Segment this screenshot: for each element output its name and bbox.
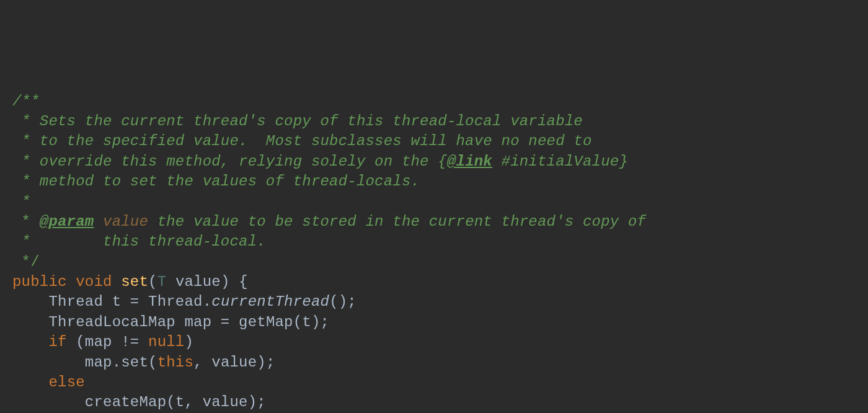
javadoc-line: * Sets the current thread's copy of this… [12, 113, 583, 130]
keyword-void: void [76, 273, 112, 290]
keyword-this: this [157, 354, 193, 371]
keyword-if: if [48, 334, 66, 350]
indent [12, 394, 85, 411]
javadoc-link-target: #initialValue [492, 153, 619, 170]
generic-type: T [157, 273, 167, 290]
javadoc-close: */ [12, 254, 40, 270]
indent [12, 334, 48, 350]
javadoc-param-name: value [103, 213, 148, 230]
javadoc-param-desc: the value to be stored in the current th… [148, 213, 646, 230]
method-name: set [121, 273, 148, 290]
javadoc-space [94, 213, 103, 230]
type-thread: Thread [48, 293, 103, 310]
code-text: map = getMap(t); [175, 314, 329, 331]
keyword-null: null [148, 334, 184, 350]
javadoc-line: * to the specified value. Most subclasse… [12, 133, 592, 149]
javadoc-prefix: * [12, 213, 40, 230]
punct: ) { [221, 273, 248, 290]
code-text: t = Thread. [103, 293, 211, 310]
punct: (); [329, 293, 356, 310]
keyword-public: public [12, 273, 67, 290]
punct: ) [184, 334, 193, 350]
javadoc-line: * [12, 193, 30, 210]
javadoc-param-tag: @param [40, 213, 94, 230]
indent [12, 314, 48, 331]
code-text: (map != [67, 334, 148, 350]
static-method-call: currentThread [211, 293, 329, 310]
paren-open: ( [148, 273, 157, 290]
indent [12, 293, 48, 310]
javadoc-text: } [619, 153, 628, 170]
javadoc-link-tag: @link [447, 153, 492, 170]
javadoc-line: * override this method, relying solely o… [12, 153, 447, 170]
indent [12, 354, 85, 371]
javadoc-line: /** [12, 93, 40, 110]
param-name: value [175, 273, 221, 290]
javadoc-line: * this thread-local. [12, 233, 266, 250]
code-text: , value); [193, 354, 275, 371]
keyword-else: else [48, 374, 84, 391]
javadoc-line: * method to set the values of thread-loc… [12, 173, 420, 190]
indent [12, 374, 48, 391]
type-threadlocalmap: ThreadLocalMap [48, 314, 175, 331]
code-editor[interactable]: /** * Sets the current thread's copy of … [12, 92, 868, 413]
space [166, 273, 175, 290]
code-text: map.set( [85, 354, 157, 371]
code-text: createMap(t, value); [85, 394, 266, 411]
